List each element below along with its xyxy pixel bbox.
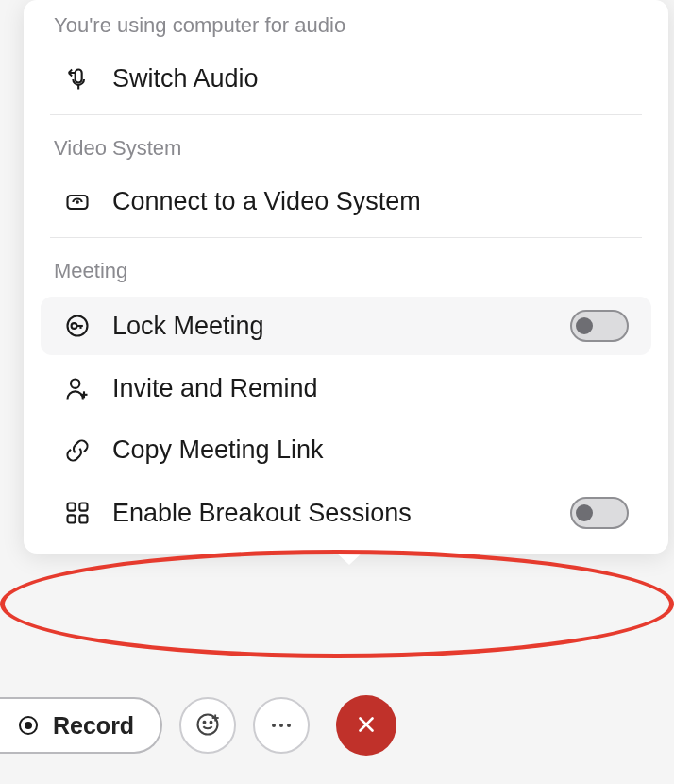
more-options-button[interactable]: [253, 697, 310, 754]
svg-rect-0: [76, 69, 82, 82]
svg-point-19: [211, 721, 212, 723]
invite-remind-item[interactable]: Invite and Remind: [41, 361, 651, 417]
breakout-grid-icon: [63, 499, 92, 527]
enable-breakout-sessions-item[interactable]: Enable Breakout Sessions: [41, 484, 651, 542]
invite-person-icon: [63, 375, 92, 403]
lock-meeting-label: Lock Meeting: [112, 312, 570, 341]
toggle-knob: [576, 317, 593, 334]
svg-point-5: [72, 323, 77, 329]
svg-rect-14: [79, 515, 87, 522]
record-icon: [17, 714, 40, 737]
svg-point-3: [76, 201, 78, 203]
toggle-knob: [576, 504, 593, 521]
close-icon: [354, 712, 379, 740]
smiley-plus-icon: [194, 711, 221, 741]
video-system-section-header: Video System: [24, 123, 668, 168]
svg-rect-12: [79, 503, 87, 511]
enable-breakout-sessions-label: Enable Breakout Sessions: [112, 499, 570, 528]
reactions-button[interactable]: [179, 697, 236, 754]
connect-video-system-label: Connect to a Video System: [112, 187, 629, 216]
lock-meeting-item[interactable]: Lock Meeting: [41, 297, 651, 355]
connect-video-system-item[interactable]: Connect to a Video System: [41, 174, 651, 230]
lock-meeting-toggle[interactable]: [570, 310, 629, 342]
switch-audio-item[interactable]: Switch Audio: [41, 51, 651, 107]
svg-point-8: [71, 379, 79, 387]
invite-remind-label: Invite and Remind: [112, 374, 629, 403]
svg-rect-13: [68, 515, 76, 522]
video-system-icon: [63, 188, 92, 216]
meeting-toolbar: Record: [0, 695, 674, 756]
divider: [50, 237, 642, 238]
copy-meeting-link-label: Copy Meeting Link: [112, 435, 629, 465]
svg-point-18: [204, 721, 206, 723]
meeting-section-header: Meeting: [24, 246, 668, 291]
key-icon: [63, 312, 92, 340]
ellipsis-icon: [272, 724, 291, 727]
end-meeting-button[interactable]: [336, 695, 396, 756]
record-button[interactable]: Record: [0, 697, 162, 754]
copy-meeting-link-item[interactable]: Copy Meeting Link: [41, 422, 651, 478]
switch-audio-label: Switch Audio: [112, 64, 629, 94]
audio-switch-icon: [63, 65, 92, 94]
annotation-highlight-ellipse: [0, 550, 674, 658]
svg-rect-11: [68, 503, 76, 511]
meeting-options-popover: You're using computer for audio Switch A…: [24, 0, 668, 554]
breakout-sessions-toggle[interactable]: [570, 497, 629, 529]
svg-point-16: [25, 723, 31, 728]
audio-section-header: You're using computer for audio: [24, 0, 668, 45]
record-button-label: Record: [53, 712, 134, 740]
link-icon: [63, 436, 92, 465]
divider: [50, 114, 642, 115]
